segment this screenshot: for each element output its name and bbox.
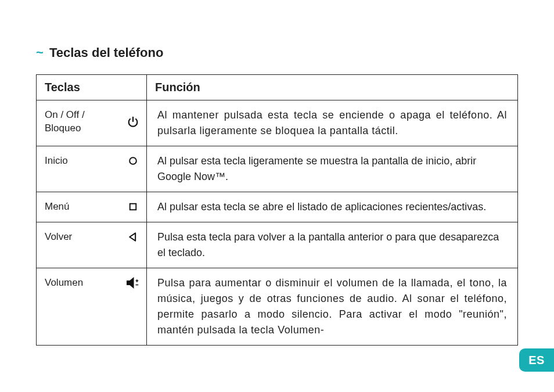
col-header-func: Función (147, 75, 518, 100)
func-desc: Pulsa para aumentar o disminuir el volum… (147, 268, 518, 346)
language-badge: ES (519, 348, 554, 372)
keys-table: Teclas Función On / Off / Bloqueo (36, 74, 518, 346)
table-row: Inicio Al pulsar esta tecla ligeramente … (37, 146, 518, 192)
svg-marker-2 (129, 233, 135, 241)
key-label: Menú (45, 200, 117, 214)
func-desc: Al mantener pulsada esta tecla se encien… (147, 100, 518, 146)
svg-rect-1 (130, 204, 136, 210)
func-desc: Al pulsar esta tecla ligeramente se mues… (147, 146, 518, 192)
svg-marker-3 (127, 278, 134, 288)
menu-square-icon (125, 202, 141, 212)
key-label: Volver (45, 231, 117, 244)
key-label: Volumen (45, 276, 117, 290)
func-desc: Pulsa esta tecla para volver a la pantal… (147, 222, 518, 268)
func-desc: Al pulsar esta tecla se abre el listado … (147, 192, 518, 222)
key-label: Inicio (45, 154, 117, 168)
table-row: On / Off / Bloqueo Al mantener pulsada e… (37, 100, 518, 146)
table-row: Menú Al pulsar esta tecla se abre el lis… (37, 192, 518, 222)
heading-text: Teclas del teléfono (49, 45, 163, 60)
section-heading: ~ Teclas del teléfono (36, 45, 518, 60)
back-triangle-icon (125, 231, 141, 243)
table-row: Volver Pulsa esta tecla para volver a la… (37, 222, 518, 268)
col-header-keys: Teclas (37, 75, 147, 100)
svg-point-0 (129, 158, 136, 165)
home-circle-icon (125, 155, 141, 167)
heading-tilde: ~ (36, 45, 44, 60)
key-label: On / Off / Bloqueo (45, 109, 117, 135)
volume-icon (125, 276, 141, 289)
table-row: Volumen Pulsa para aumentar o disminuir … (37, 268, 518, 346)
power-icon (125, 116, 141, 128)
